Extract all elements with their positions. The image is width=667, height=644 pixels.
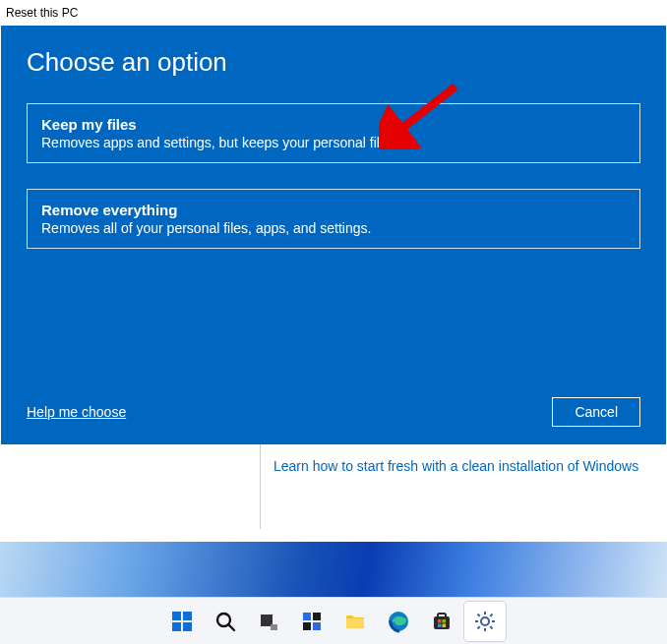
window-title: Reset this PC: [6, 6, 78, 20]
svg-rect-2: [172, 612, 181, 620]
settings-background-panel: Learn how to start fresh with a clean in…: [0, 444, 667, 542]
svg-line-7: [229, 624, 235, 630]
svg-rect-4: [172, 622, 181, 631]
taskbar: [0, 597, 667, 644]
dialog-footer: Help me choose Cancel: [27, 397, 640, 427]
settings-button[interactable]: [464, 602, 506, 641]
svg-rect-18: [438, 619, 442, 623]
svg-rect-11: [313, 613, 321, 620]
svg-rect-3: [183, 612, 192, 620]
svg-rect-5: [183, 622, 192, 631]
svg-line-27: [478, 614, 480, 615]
windows-logo-icon: [170, 610, 194, 633]
edge-icon: [387, 610, 410, 633]
option-desc: Removes apps and settings, but keeps you…: [41, 135, 626, 150]
desktop-wallpaper: [0, 542, 667, 597]
svg-rect-14: [346, 618, 364, 628]
dialog-heading: Choose an option: [27, 47, 640, 78]
store-button[interactable]: [421, 602, 462, 641]
cancel-button[interactable]: Cancel: [552, 397, 640, 427]
option-title: Keep my files: [41, 116, 626, 133]
svg-rect-20: [438, 623, 442, 627]
start-button[interactable]: [161, 602, 203, 641]
reset-pc-dialog: Choose an option Keep my files Removes a…: [1, 26, 666, 444]
svg-rect-13: [313, 622, 321, 630]
store-icon: [430, 610, 454, 633]
window-title-bar: Reset this PC: [0, 0, 667, 26]
svg-rect-9: [271, 624, 277, 630]
svg-rect-12: [303, 622, 311, 630]
folder-icon: [343, 610, 367, 633]
svg-rect-10: [303, 613, 311, 620]
svg-point-22: [481, 617, 489, 625]
option-keep-my-files[interactable]: Keep my files Removes apps and settings,…: [27, 103, 640, 163]
svg-line-30: [490, 614, 492, 615]
file-explorer-button[interactable]: [334, 602, 376, 641]
task-view-icon: [257, 610, 280, 633]
svg-line-29: [478, 626, 480, 628]
svg-rect-17: [438, 614, 446, 617]
help-me-choose-link[interactable]: Help me choose: [27, 404, 126, 420]
search-button[interactable]: [205, 602, 246, 641]
widgets-button[interactable]: [291, 602, 333, 641]
option-title: Remove everything: [41, 202, 626, 218]
option-desc: Removes all of your personal files, apps…: [41, 220, 626, 236]
option-remove-everything[interactable]: Remove everything Removes all of your pe…: [27, 189, 640, 249]
svg-rect-21: [443, 623, 447, 627]
svg-line-28: [490, 626, 492, 628]
vertical-divider: [260, 444, 261, 529]
edge-button[interactable]: [378, 602, 419, 641]
search-icon: [213, 610, 237, 633]
gear-icon: [473, 610, 497, 633]
fresh-install-link[interactable]: Learn how to start fresh with a clean in…: [273, 458, 638, 474]
svg-rect-19: [443, 619, 447, 623]
widgets-icon: [300, 610, 324, 633]
task-view-button[interactable]: [248, 602, 289, 641]
